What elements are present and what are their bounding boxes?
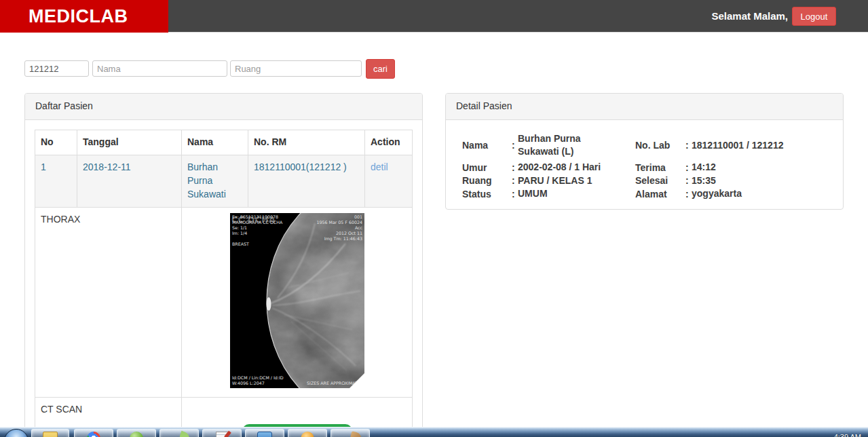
table-row: 1 2018-12-11 Burhan Purna Sukawati 18121… [35,155,413,207]
mammogram-image: CC DCHA [230,213,364,388]
taskbar-button-green-app[interactable] [117,429,156,437]
field-colon: : [512,140,518,151]
detail-right-column: No. Lab : 1812110001 / 121212 Terima : 1… [635,130,783,201]
logout-button[interactable]: Logout [792,7,836,26]
exam-row-thorax: THORAX [35,207,413,397]
mammo-date: 2012 Oct 11 [336,231,362,235]
detail-field-status: Status : UMUM [462,187,620,201]
cell-no-rm: 1812110001(121212 ) [248,155,365,207]
field-value: 2002-02-08 / 1 Hari [518,161,601,174]
detil-link[interactable]: detil [371,162,388,172]
green-app-icon [130,432,143,437]
start-button[interactable] [4,429,29,437]
detail-field-selesai: Selesai : 15:35 [635,174,783,188]
cell-no: 1 [35,155,77,207]
field-label: Umur [462,162,512,173]
mammo-image-num: Im: 1/4 [232,231,247,235]
exam-name-thorax: THORAX [35,207,182,397]
chrome-browser-icon [87,432,100,437]
detail-pasien-panel: Detail Pasien Nama : Burhan Purna Sukawa… [445,93,844,210]
orange-app-icon [301,432,314,437]
col-nama: Nama [182,130,248,155]
brand-logo: MEDICLAB [0,0,168,33]
mammo-exam-id: Ex: 86512131100078 [232,214,278,219]
mammo-acc: Acc [354,225,362,230]
cell-tanggal: 2018-12-11 [77,155,182,207]
daftar-pasien-title: Daftar Pasien [25,94,422,120]
explorer-folder-icon [43,432,58,437]
top-bar: MEDICLAB Selamat Malam, Logout [0,0,868,33]
field-colon: : [685,175,692,186]
field-colon: : [685,140,692,151]
no-lab-input[interactable] [24,60,89,77]
taskbar-clock: 4:39 AM [834,433,861,437]
mammo-window: W:4096 L:2047 [232,381,265,385]
mammo-id-line: Id:DCM / Lin:DCM / Id:ID [232,375,284,380]
field-colon: : [512,162,518,173]
field-value: PARU / KELAS 1 [518,174,592,187]
detail-field-umur: Umur : 2002-02-08 / 1 Hari [462,161,620,174]
taskbar-button-browser[interactable] [74,429,113,437]
table-header-row: No Tanggal Nama No. RM Action [35,130,413,155]
taskbar-button-blue-app[interactable] [245,429,284,437]
field-label: Selesai [635,175,685,186]
field-colon: : [512,175,518,186]
field-label: No. Lab [635,140,685,151]
taskbar-button-leaf-app[interactable] [159,429,199,437]
field-value: yogyakarta [692,187,742,200]
field-value: 15:35 [692,174,716,187]
field-value: 14:12 [692,161,716,174]
pencil-icon [224,431,231,437]
taskbar-button-notepad[interactable] [202,429,242,437]
detail-field-ruang: Ruang : PARU / KELAS 1 [462,174,620,188]
mammo-bodypart: BREAST [232,242,249,246]
field-label: Alamat [635,189,685,200]
field-label: Ruang [462,175,512,186]
cell-nama: Burhan Purna Sukawati [182,155,248,207]
field-value: Burhan Purna Sukawati (L) [518,132,620,158]
ruang-input[interactable] [230,60,362,77]
leaf-app-icon [177,431,191,437]
col-no: No [35,130,77,155]
taskbar-button-brush-app[interactable] [331,429,370,437]
field-colon: : [512,189,518,200]
field-colon: : [685,162,692,173]
detail-field-terima: Terima : 14:12 [635,161,783,174]
cari-button[interactable]: cari [366,59,395,79]
mammo-img-time: Img Tm: 11:46:43 [324,236,362,242]
detail-field-nama: Nama : Burhan Purna Sukawati (L) [462,130,620,161]
taskbar-button-explorer[interactable] [31,429,69,437]
mammo-sizes-note: SIZES ARE APPROXIMATE [307,381,360,385]
notepad-icon [216,432,228,437]
taskbar-button-orange-app[interactable] [288,429,327,437]
field-label: Status [462,189,512,200]
blue-app-icon [257,432,272,437]
nama-input[interactable] [92,60,227,77]
mammo-dob: 1956 Mar 05 F 60024 [316,220,362,225]
field-label: Nama [462,140,512,151]
field-colon: : [685,189,692,200]
col-tanggal: Tanggal [77,130,182,155]
field-value: 1812110001 / 121212 [692,139,783,152]
mammo-num: 001 [354,214,362,219]
greeting-text: Selamat Malam, [711,0,788,33]
col-action: Action [365,130,413,155]
detail-field-no-lab: No. Lab : 1812110001 / 121212 [635,130,783,161]
detail-field-alamat: Alamat : yogyakarta [635,187,783,201]
patient-table: No Tanggal Nama No. RM Action 1 2018-12-… [35,130,413,437]
col-no-rm: No. RM [248,130,365,155]
field-label: Terima [635,162,685,173]
mammo-series: Se: 1/1 [232,225,247,230]
detail-left-column: Nama : Burhan Purna Sukawati (L) Umur : … [462,130,620,201]
field-value: UMUM [518,187,548,200]
brown-brush-icon [349,431,362,437]
detail-pasien-title: Detail Pasien [446,94,843,120]
taskbar: 4:39 AM [0,427,868,437]
search-bar: cari [0,59,868,79]
mammo-study: MAMOGRAFIA CC DCHA [232,220,283,225]
daftar-pasien-panel: Daftar Pasien No Tanggal Nama No. RM Act… [24,93,423,437]
